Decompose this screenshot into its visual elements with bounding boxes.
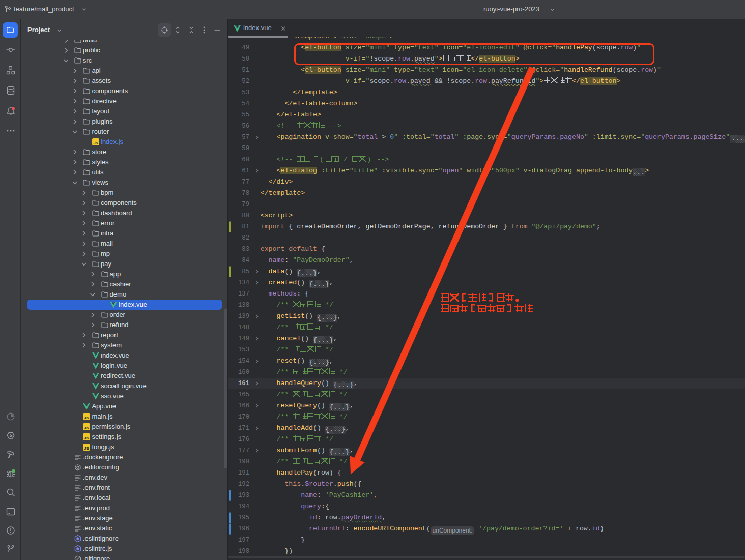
svg-text:JS: JS [84, 446, 89, 451]
svg-text:JS: JS [84, 426, 89, 430]
svg-text:JS: JS [84, 436, 89, 440]
svg-text:JS: JS [93, 141, 98, 145]
svg-text:JS: JS [84, 416, 89, 420]
